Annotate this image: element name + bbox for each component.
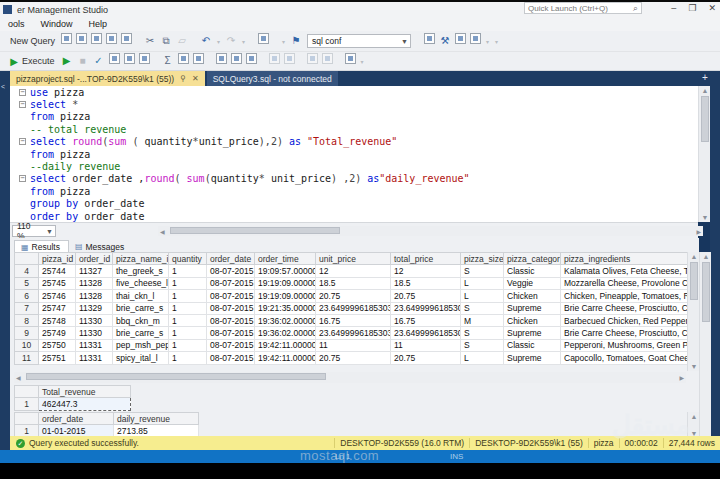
grid-cell[interactable]: 25745 — [39, 277, 76, 289]
grid-cell[interactable]: L — [461, 352, 504, 364]
overflow-icon[interactable]: ▾ — [493, 35, 500, 49]
menu-item-ools[interactable]: ools — [8, 19, 25, 29]
close-button[interactable]: ✕ — [708, 3, 716, 13]
column-header-pizza_name_id[interactable]: pizza_name_id — [113, 253, 169, 265]
grid-cell[interactable]: 25749 — [39, 327, 76, 339]
grid1-vscrollbar[interactable]: ▲ ▼ — [687, 252, 699, 371]
grid-cell[interactable]: 20.75 — [391, 352, 461, 364]
grid-cell[interactable]: 20.75 — [391, 290, 461, 302]
grid-cell[interactable]: Supreme — [504, 327, 561, 339]
grid-cell[interactable]: 11331 — [76, 352, 113, 364]
grid-cell[interactable]: S — [461, 339, 504, 351]
grid-cell[interactable]: M — [461, 314, 504, 326]
save-icon[interactable] — [106, 33, 117, 44]
results-to-file-icon[interactable] — [246, 53, 257, 64]
grid-cell[interactable]: 19:42:11.0000000 — [255, 352, 316, 364]
grid-cell[interactable]: 11329 — [76, 302, 113, 314]
undo-icon[interactable]: ↶ — [199, 34, 213, 48]
grid-cell[interactable]: 23.6499996185303 — [316, 302, 391, 314]
grid-cell[interactable]: 11 — [316, 339, 391, 351]
grid-cell[interactable]: five_cheese_l — [113, 277, 169, 289]
grid-cell[interactable]: 08-07-2015 — [207, 290, 255, 302]
grid-cell[interactable]: 20.75 — [316, 352, 391, 364]
grid-cell[interactable]: S — [461, 302, 504, 314]
grid-cell[interactable]: 20.75 — [316, 290, 391, 302]
sql-code-editor[interactable]: −use pizza−select *from pizza-- total re… — [10, 86, 698, 222]
select-all-corner[interactable] — [15, 413, 39, 425]
outdent-icon[interactable] — [322, 53, 333, 64]
row-header[interactable]: 1 — [15, 398, 39, 410]
grid-cell[interactable]: 12 — [391, 265, 461, 277]
add-connection-icon[interactable] — [91, 33, 102, 44]
new-query-doc-icon[interactable] — [61, 33, 72, 44]
grid-cell[interactable]: 1 — [169, 339, 207, 351]
collapsed-panel-strip[interactable]: < — [0, 71, 10, 450]
grid-cell[interactable]: Chicken, Pineapple, Tomatoes, Red Pepp — [561, 290, 688, 302]
grid-cell[interactable]: Chicken — [504, 314, 561, 326]
grid-cell[interactable]: thai_ckn_l — [113, 290, 169, 302]
zoom-level-combo[interactable]: 110 % ▼ — [12, 225, 56, 237]
grid-cell[interactable]: Brie Carre Cheese, Prosciutto, Carameliz… — [561, 327, 688, 339]
close-tab-icon[interactable]: ✕ — [192, 74, 199, 83]
row-header[interactable]: 4 — [15, 265, 39, 277]
grid-cell[interactable]: 25748 — [39, 314, 76, 326]
grid-cell[interactable]: Chicken — [504, 290, 561, 302]
grid-cell[interactable]: 1 — [169, 327, 207, 339]
grid1-hscrollbar[interactable]: ◀ ▶ — [14, 372, 686, 383]
grid-cell[interactable]: 1 — [169, 302, 207, 314]
grid-cell[interactable]: Barbecued Chicken, Red Peppers, Green — [561, 314, 688, 326]
grid-cell[interactable]: 23.6499996185303 — [391, 327, 461, 339]
grid-cell[interactable]: 1 — [169, 352, 207, 364]
column-header-order_date[interactable]: order_date — [207, 253, 255, 265]
grid-cell[interactable]: Veggie — [504, 277, 561, 289]
grid-cell[interactable]: 08-07-2015 — [207, 277, 255, 289]
grid-cell[interactable]: 25746 — [39, 290, 76, 302]
column-header-unit_price[interactable]: unit_price — [316, 253, 391, 265]
grid-cell[interactable]: the_greek_s — [113, 265, 169, 277]
uncomment-icon[interactable] — [284, 53, 295, 64]
grid-cell[interactable]: 08-07-2015 — [207, 302, 255, 314]
scroll-thumb[interactable] — [690, 262, 698, 300]
grid-cell[interactable]: 25747 — [39, 302, 76, 314]
grid-cell[interactable]: Classic — [504, 339, 561, 351]
grid-cell[interactable]: 25750 — [39, 339, 76, 351]
column-header-order_date[interactable]: order_date — [39, 413, 114, 425]
column-header-pizza_category[interactable]: pizza_category — [504, 253, 561, 265]
grid-cell[interactable]: 11 — [391, 339, 461, 351]
empty-caret-icon[interactable]: ▾ — [280, 35, 287, 49]
grid-cell[interactable]: 19:36:02.0000000 — [255, 327, 316, 339]
grid-cell[interactable]: Mozzarella Cheese, Provolone Cheese, S — [561, 277, 688, 289]
grid-cell[interactable]: Kalamata Olives, Feta Cheese, Tomatoes — [561, 265, 688, 277]
scroll-thumb[interactable] — [702, 262, 710, 322]
new-query-button[interactable]: New Query — [10, 36, 55, 46]
column-header-pizza_id[interactable]: pizza_id — [39, 253, 76, 265]
grid-cell[interactable]: Supreme — [504, 352, 561, 364]
column-header-Total_revenue[interactable]: Total_revenue — [39, 386, 131, 398]
more-caret-icon[interactable]: ▾ — [484, 35, 491, 49]
results-text-icon[interactable] — [216, 53, 227, 64]
grid-cell[interactable]: 1 — [169, 290, 207, 302]
bookmark-icon[interactable] — [345, 53, 356, 64]
grid-cell[interactable]: Classic — [504, 265, 561, 277]
flag-icon[interactable]: ⚑ — [289, 34, 303, 48]
new-window-icon[interactable] — [424, 33, 435, 44]
column-header-pizza_size[interactable]: pizza_size — [461, 253, 504, 265]
results-to-grid-icon[interactable] — [231, 53, 242, 64]
wrench-icon[interactable]: ⚒ — [438, 34, 452, 48]
navigate-icon[interactable] — [258, 33, 269, 44]
restore-button[interactable]: ❐ — [688, 3, 696, 13]
column-header-total_price[interactable]: total_price — [391, 253, 461, 265]
undo-caret-icon[interactable]: ▾ — [215, 35, 222, 49]
grid-cell[interactable]: 08-07-2015 — [207, 352, 255, 364]
fold-toggle-icon[interactable]: − — [19, 175, 26, 182]
fold-toggle-icon[interactable]: − — [19, 101, 26, 108]
parse-icon[interactable]: ✓ — [92, 54, 106, 68]
column-header-daily_revenue[interactable]: daily_revenue — [114, 413, 199, 425]
grid-cell[interactable]: 19:21:35.0000000 — [255, 302, 316, 314]
grid-cell[interactable]: 1 — [169, 265, 207, 277]
menu-item-window[interactable]: Window — [41, 19, 73, 29]
grid-cell[interactable]: 16.75 — [316, 314, 391, 326]
grid-cell[interactable]: 19:42:11.0000000 — [255, 339, 316, 351]
results-vscrollbar[interactable]: ▲ ▼ — [699, 252, 711, 448]
grid-cell[interactable]: 16.75 — [391, 314, 461, 326]
